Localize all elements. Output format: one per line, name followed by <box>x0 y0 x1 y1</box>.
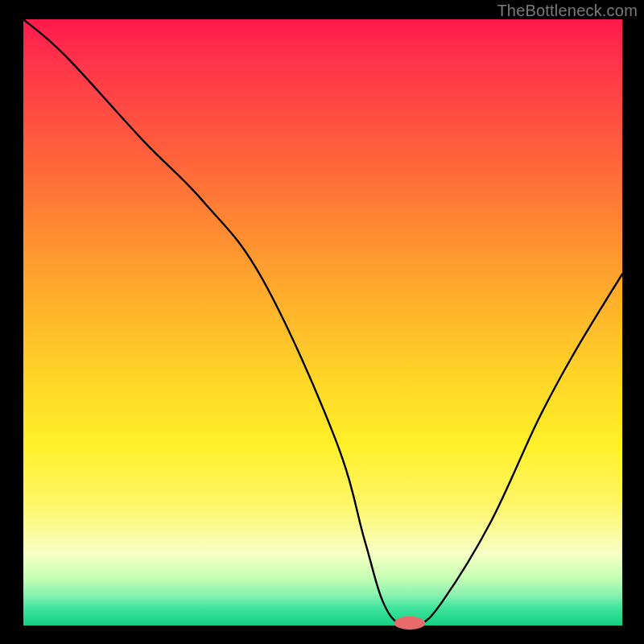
optimal-marker <box>394 617 426 630</box>
bottleneck-curve <box>23 19 622 629</box>
chart-frame: TheBottleneck.com <box>0 0 644 644</box>
curve-layer <box>0 0 644 644</box>
watermark-text: TheBottleneck.com <box>497 2 638 20</box>
